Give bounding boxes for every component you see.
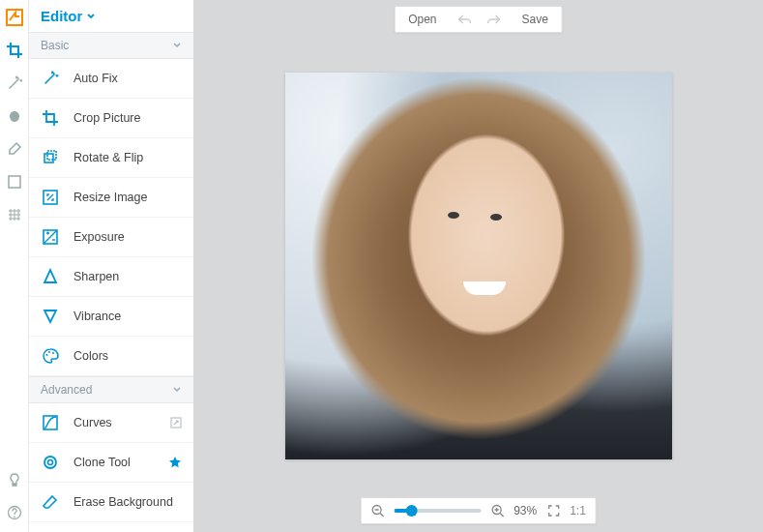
svg-rect-4 <box>47 151 56 160</box>
svg-point-12 <box>44 457 56 468</box>
edited-image[interactable] <box>285 73 672 459</box>
tool-auto-fix[interactable]: Auto Fix <box>29 59 193 99</box>
zoom-toolbar: 93% 1:1 <box>360 497 597 524</box>
tool-sharpen[interactable]: Sharpen <box>29 257 193 297</box>
tool-label: Sharpen <box>73 270 119 283</box>
editor-title: Editor <box>41 8 82 24</box>
zoom-out-button[interactable] <box>370 504 384 517</box>
tool-label: Resize Image <box>73 191 147 204</box>
rail-brush-icon[interactable] <box>5 139 24 159</box>
chevron-down-icon <box>172 41 182 50</box>
star-icon <box>168 456 182 469</box>
editor-sidebar: Editor Basic Auto Fix Crop Picture Rotat… <box>29 0 193 532</box>
rail-crop-icon[interactable] <box>5 41 24 60</box>
tool-crop-picture[interactable]: Crop Picture <box>29 99 193 138</box>
chevron-down-icon <box>86 12 96 21</box>
svg-point-13 <box>48 460 53 465</box>
sharpen-icon <box>41 267 60 286</box>
wand-icon <box>41 69 60 88</box>
chevron-down-icon <box>172 385 182 395</box>
image-stage[interactable] <box>193 0 763 532</box>
tool-label: Vibrance <box>73 310 121 323</box>
tool-exposure[interactable]: Exposure <box>29 218 193 257</box>
tool-label: Curves <box>73 416 112 429</box>
tool-label: Crop Picture <box>73 111 140 125</box>
clone-icon <box>41 453 60 472</box>
zoom-slider-knob[interactable] <box>405 505 417 517</box>
app-logo-icon[interactable] <box>5 8 24 27</box>
tool-resize-image[interactable]: Resize Image <box>29 178 193 218</box>
rail-texture-icon[interactable] <box>5 205 24 224</box>
save-button[interactable]: Save <box>509 13 562 26</box>
tool-label: Clone Tool <box>73 456 131 469</box>
tool-vibrance[interactable]: Vibrance <box>29 297 193 337</box>
canvas-area: Open Save 93% 1:1 <box>193 0 763 532</box>
tool-curves[interactable]: Curves <box>29 403 193 443</box>
rail-frame-icon[interactable] <box>5 172 24 192</box>
exposure-icon <box>41 227 60 247</box>
section-advanced-label: Advanced <box>41 383 92 397</box>
svg-rect-3 <box>44 154 53 163</box>
portrait-photo <box>285 73 672 459</box>
rotate-icon <box>41 148 60 167</box>
rail-wand-icon[interactable] <box>5 74 24 93</box>
zoom-percent: 93% <box>514 504 537 517</box>
tool-label: Erase Background <box>73 495 173 509</box>
crop-icon <box>41 108 60 128</box>
zoom-in-button[interactable] <box>490 504 504 517</box>
popout-icon <box>170 417 182 429</box>
tool-erase-background[interactable]: Erase Background <box>29 483 193 522</box>
tool-label: Exposure <box>73 230 125 244</box>
undo-button[interactable] <box>451 14 480 25</box>
tool-colors[interactable]: Colors <box>29 337 193 376</box>
app-rail <box>0 0 29 532</box>
rail-tips-icon[interactable] <box>5 470 24 489</box>
rail-face-icon[interactable] <box>5 106 24 126</box>
section-basic[interactable]: Basic <box>29 32 193 59</box>
tool-label: Colors <box>73 349 108 363</box>
zoom-slider[interactable] <box>394 509 481 513</box>
eraser-icon <box>41 492 60 512</box>
tool-label: Auto Fix <box>73 72 118 85</box>
resize-icon <box>41 188 60 207</box>
actual-size-button[interactable]: 1:1 <box>570 504 586 517</box>
tool-label: Rotate & Flip <box>73 151 143 164</box>
fit-screen-button[interactable] <box>546 504 560 517</box>
svg-rect-1 <box>9 176 20 188</box>
rail-help-icon[interactable] <box>5 503 24 522</box>
svg-point-8 <box>48 351 50 353</box>
curves-icon <box>41 413 60 432</box>
vibrance-icon <box>41 307 60 326</box>
tool-clone[interactable]: Clone Tool <box>29 443 193 483</box>
section-advanced[interactable]: Advanced <box>29 376 193 403</box>
tool-rotate-flip[interactable]: Rotate & Flip <box>29 138 193 178</box>
open-button[interactable]: Open <box>395 13 450 26</box>
svg-point-7 <box>46 354 48 356</box>
svg-point-9 <box>52 352 54 354</box>
redo-button[interactable] <box>480 14 509 25</box>
section-basic-label: Basic <box>41 39 69 52</box>
palette-icon <box>41 346 60 366</box>
top-toolbar: Open Save <box>394 6 563 33</box>
editor-dropdown[interactable]: Editor <box>29 0 193 32</box>
